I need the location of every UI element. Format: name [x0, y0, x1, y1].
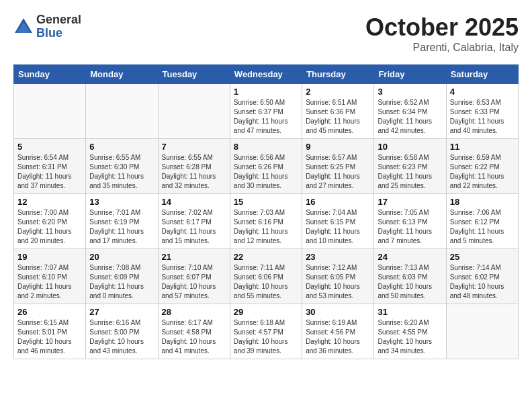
day-info: Sunrise: 6:17 AM Sunset: 4:58 PM Dayligh… [162, 318, 226, 356]
day-number: 2 [306, 87, 370, 97]
calendar-cell: 20Sunrise: 7:08 AM Sunset: 6:09 PM Dayli… [86, 249, 158, 304]
day-info: Sunrise: 6:16 AM Sunset: 5:00 PM Dayligh… [89, 318, 154, 356]
weekday-header-sunday: Sunday [14, 65, 86, 84]
day-info: Sunrise: 7:10 AM Sunset: 6:07 PM Dayligh… [162, 263, 226, 301]
page-header: General Blue October 2025 Parenti, Calab… [13, 13, 519, 54]
day-info: Sunrise: 7:00 AM Sunset: 6:20 PM Dayligh… [17, 208, 82, 246]
day-info: Sunrise: 7:13 AM Sunset: 6:03 PM Dayligh… [378, 263, 442, 301]
logo-blue-text: Blue [36, 27, 81, 40]
calendar-cell: 13Sunrise: 7:01 AM Sunset: 6:19 PM Dayli… [86, 194, 158, 249]
calendar-cell: 10Sunrise: 6:58 AM Sunset: 6:23 PM Dayli… [374, 139, 446, 194]
calendar-cell: 15Sunrise: 7:03 AM Sunset: 6:16 PM Dayli… [230, 194, 302, 249]
day-info: Sunrise: 6:59 AM Sunset: 6:22 PM Dayligh… [450, 153, 515, 191]
day-info: Sunrise: 6:53 AM Sunset: 6:33 PM Dayligh… [450, 98, 515, 136]
day-number: 7 [162, 142, 226, 152]
day-info: Sunrise: 7:01 AM Sunset: 6:19 PM Dayligh… [89, 208, 154, 246]
day-number: 26 [17, 307, 82, 317]
day-info: Sunrise: 6:56 AM Sunset: 6:26 PM Dayligh… [234, 153, 298, 191]
day-number: 8 [234, 142, 298, 152]
calendar-cell: 14Sunrise: 7:02 AM Sunset: 6:17 PM Dayli… [158, 194, 230, 249]
day-info: Sunrise: 6:15 AM Sunset: 5:01 PM Dayligh… [17, 318, 82, 356]
weekday-header-saturday: Saturday [446, 65, 518, 84]
calendar-cell: 18Sunrise: 7:06 AM Sunset: 6:12 PM Dayli… [446, 194, 518, 249]
calendar-cell [446, 304, 518, 359]
logo: General Blue [13, 13, 81, 40]
calendar-cell: 27Sunrise: 6:16 AM Sunset: 5:00 PM Dayli… [86, 304, 158, 359]
logo-icon [13, 17, 34, 37]
calendar-cell: 16Sunrise: 7:04 AM Sunset: 6:15 PM Dayli… [302, 194, 374, 249]
location-title: Parenti, Calabria, Italy [365, 42, 519, 54]
day-number: 18 [450, 197, 515, 207]
day-info: Sunrise: 7:05 AM Sunset: 6:13 PM Dayligh… [378, 208, 442, 246]
calendar-cell: 7Sunrise: 6:55 AM Sunset: 6:28 PM Daylig… [158, 139, 230, 194]
day-number: 31 [378, 307, 442, 317]
calendar-cell: 1Sunrise: 6:50 AM Sunset: 6:37 PM Daylig… [230, 84, 302, 139]
day-info: Sunrise: 7:02 AM Sunset: 6:17 PM Dayligh… [162, 208, 226, 246]
day-info: Sunrise: 6:54 AM Sunset: 6:31 PM Dayligh… [17, 153, 82, 191]
calendar-week-row: 19Sunrise: 7:07 AM Sunset: 6:10 PM Dayli… [14, 249, 519, 304]
day-info: Sunrise: 7:11 AM Sunset: 6:06 PM Dayligh… [234, 263, 298, 301]
day-number: 21 [162, 252, 226, 262]
calendar-week-row: 5Sunrise: 6:54 AM Sunset: 6:31 PM Daylig… [14, 139, 519, 194]
day-info: Sunrise: 6:19 AM Sunset: 4:56 PM Dayligh… [306, 318, 370, 356]
calendar-cell: 6Sunrise: 6:55 AM Sunset: 6:30 PM Daylig… [86, 139, 158, 194]
day-info: Sunrise: 7:12 AM Sunset: 6:05 PM Dayligh… [306, 263, 370, 301]
calendar-cell: 25Sunrise: 7:14 AM Sunset: 6:02 PM Dayli… [446, 249, 518, 304]
calendar-cell: 12Sunrise: 7:00 AM Sunset: 6:20 PM Dayli… [14, 194, 86, 249]
day-info: Sunrise: 7:07 AM Sunset: 6:10 PM Dayligh… [17, 263, 82, 301]
calendar-cell: 23Sunrise: 7:12 AM Sunset: 6:05 PM Dayli… [302, 249, 374, 304]
calendar-week-row: 26Sunrise: 6:15 AM Sunset: 5:01 PM Dayli… [14, 304, 519, 359]
day-number: 27 [89, 307, 154, 317]
month-title: October 2025 [365, 13, 519, 42]
calendar-cell [158, 84, 230, 139]
calendar-cell: 30Sunrise: 6:19 AM Sunset: 4:56 PM Dayli… [302, 304, 374, 359]
calendar-cell: 11Sunrise: 6:59 AM Sunset: 6:22 PM Dayli… [446, 139, 518, 194]
calendar-cell: 28Sunrise: 6:17 AM Sunset: 4:58 PM Dayli… [158, 304, 230, 359]
day-info: Sunrise: 7:14 AM Sunset: 6:02 PM Dayligh… [450, 263, 515, 301]
weekday-header-tuesday: Tuesday [158, 65, 230, 84]
calendar-cell: 22Sunrise: 7:11 AM Sunset: 6:06 PM Dayli… [230, 249, 302, 304]
day-number: 23 [306, 252, 370, 262]
day-info: Sunrise: 7:03 AM Sunset: 6:16 PM Dayligh… [234, 208, 298, 246]
day-number: 22 [234, 252, 298, 262]
day-info: Sunrise: 6:52 AM Sunset: 6:34 PM Dayligh… [378, 98, 442, 136]
calendar-cell: 21Sunrise: 7:10 AM Sunset: 6:07 PM Dayli… [158, 249, 230, 304]
day-number: 1 [234, 87, 298, 97]
calendar-cell: 5Sunrise: 6:54 AM Sunset: 6:31 PM Daylig… [14, 139, 86, 194]
calendar-week-row: 12Sunrise: 7:00 AM Sunset: 6:20 PM Dayli… [14, 194, 519, 249]
day-number: 25 [450, 252, 515, 262]
calendar-cell: 9Sunrise: 6:57 AM Sunset: 6:25 PM Daylig… [302, 139, 374, 194]
day-number: 30 [306, 307, 370, 317]
weekday-header-wednesday: Wednesday [230, 65, 302, 84]
day-info: Sunrise: 6:58 AM Sunset: 6:23 PM Dayligh… [378, 153, 442, 191]
calendar-cell [14, 84, 86, 139]
day-info: Sunrise: 6:51 AM Sunset: 6:36 PM Dayligh… [306, 98, 370, 136]
day-number: 20 [89, 252, 154, 262]
calendar-table: SundayMondayTuesdayWednesdayThursdayFrid… [13, 64, 519, 359]
day-number: 5 [17, 142, 82, 152]
calendar-cell: 4Sunrise: 6:53 AM Sunset: 6:33 PM Daylig… [446, 84, 518, 139]
calendar-cell: 17Sunrise: 7:05 AM Sunset: 6:13 PM Dayli… [374, 194, 446, 249]
weekday-header-friday: Friday [374, 65, 446, 84]
logo-text: General Blue [36, 13, 81, 40]
day-number: 12 [17, 197, 82, 207]
day-info: Sunrise: 6:55 AM Sunset: 6:30 PM Dayligh… [89, 153, 154, 191]
day-number: 11 [450, 142, 515, 152]
calendar-cell: 31Sunrise: 6:20 AM Sunset: 4:55 PM Dayli… [374, 304, 446, 359]
weekday-header-row: SundayMondayTuesdayWednesdayThursdayFrid… [14, 65, 519, 84]
calendar-cell: 24Sunrise: 7:13 AM Sunset: 6:03 PM Dayli… [374, 249, 446, 304]
weekday-header-monday: Monday [86, 65, 158, 84]
title-block: October 2025 Parenti, Calabria, Italy [365, 13, 519, 54]
day-number: 3 [378, 87, 442, 97]
day-number: 28 [162, 307, 226, 317]
day-info: Sunrise: 7:04 AM Sunset: 6:15 PM Dayligh… [306, 208, 370, 246]
day-number: 4 [450, 87, 515, 97]
day-number: 29 [234, 307, 298, 317]
day-info: Sunrise: 7:08 AM Sunset: 6:09 PM Dayligh… [89, 263, 154, 301]
day-info: Sunrise: 6:18 AM Sunset: 4:57 PM Dayligh… [234, 318, 298, 356]
calendar-cell: 19Sunrise: 7:07 AM Sunset: 6:10 PM Dayli… [14, 249, 86, 304]
calendar-cell: 2Sunrise: 6:51 AM Sunset: 6:36 PM Daylig… [302, 84, 374, 139]
calendar-cell [86, 84, 158, 139]
day-info: Sunrise: 7:06 AM Sunset: 6:12 PM Dayligh… [450, 208, 515, 246]
day-number: 13 [89, 197, 154, 207]
